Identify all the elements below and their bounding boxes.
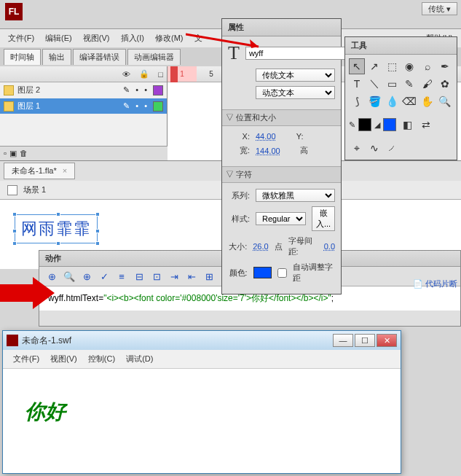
code-hint-icon[interactable]: ⊟ — [133, 270, 146, 283]
close-icon[interactable]: × — [63, 166, 67, 175]
pen-tool[interactable]: ✒ — [437, 58, 453, 74]
deco-tool[interactable]: ✿ — [437, 76, 453, 92]
bone-tool[interactable]: ⟆ — [349, 93, 365, 109]
code-snippets-link[interactable]: 📄 代码片断 — [413, 278, 457, 289]
hand-tool[interactable]: ✋ — [419, 93, 436, 109]
menu-insert[interactable]: 插入(I) — [117, 31, 149, 45]
check-syntax-icon[interactable]: ✓ — [98, 270, 111, 283]
menu-modify[interactable]: 修改(M) — [151, 31, 188, 45]
line-tool[interactable]: ＼ — [366, 76, 382, 92]
width-value[interactable]: 144.00 — [256, 147, 280, 155]
layer-icon — [4, 85, 14, 95]
height-label: 高 — [286, 145, 308, 156]
pencil-icon: ✎ — [123, 101, 130, 112]
size-value[interactable]: 26.0 — [253, 242, 268, 251]
size-label: 大小: — [228, 241, 247, 252]
layer-row-1[interactable]: 图层 1 ✎ •• — [0, 98, 167, 114]
free-transform-tool[interactable]: ⬚ — [384, 58, 400, 74]
menu-text[interactable]: 文 — [190, 31, 207, 45]
smooth-icon[interactable]: ∿ — [366, 140, 382, 156]
eraser-tool[interactable]: ⌫ — [401, 93, 417, 109]
comment-icon[interactable]: ⊞ — [202, 270, 216, 283]
tab-animation-editor[interactable]: 动画编辑器 — [127, 49, 181, 65]
menu-file[interactable]: 文件(F) — [4, 31, 39, 45]
layout-mode-dropdown[interactable]: 传统 ▾ — [422, 2, 457, 15]
swf-titlebar[interactable]: 未命名-1.swf — ☐ ✕ — [3, 331, 401, 350]
new-layer-icon[interactable]: ▫ — [4, 149, 7, 158]
close-button[interactable]: ✕ — [377, 334, 397, 347]
text-subtype-select[interactable]: 动态文本 — [256, 86, 335, 99]
target-icon[interactable]: ⊕ — [80, 270, 93, 283]
size-unit: 点 — [275, 241, 283, 252]
swf-menu-view[interactable]: 视图(V) — [46, 352, 82, 366]
collapse-icon[interactable]: ⇥ — [168, 270, 181, 283]
auto-format-icon[interactable]: ≡ — [115, 270, 128, 283]
lasso-tool[interactable]: ⌕ — [419, 58, 436, 74]
delete-layer-icon[interactable]: 🗑 — [20, 149, 28, 158]
new-folder-icon[interactable]: ▣ — [9, 149, 17, 158]
swap-colors-icon[interactable]: ⇄ — [418, 117, 434, 133]
zoom-tool[interactable]: 🔍 — [437, 93, 453, 109]
section-character[interactable]: 字符 — [222, 166, 341, 183]
paint-bucket-tool[interactable]: 🪣 — [366, 93, 382, 109]
layer-icon — [4, 101, 14, 112]
properties-panel-header[interactable]: 属性 — [222, 19, 341, 36]
debug-icon[interactable]: ⊡ — [150, 270, 163, 283]
pencil-tool[interactable]: ✎ — [401, 76, 417, 92]
x-value[interactable]: 44.00 — [256, 132, 276, 141]
instance-name-input[interactable] — [245, 47, 353, 60]
tools-panel-header[interactable]: 工具 — [345, 37, 457, 55]
layer-name: 图层 1 — [17, 101, 119, 112]
snap-icon[interactable]: ⌖ — [349, 140, 365, 156]
document-tab[interactable]: 未命名-1.fla* × — [4, 163, 75, 179]
swf-player-window: 未命名-1.swf — ☐ ✕ 文件(F) 视图(V) 控制(C) 调试(D) … — [2, 330, 401, 474]
menu-edit[interactable]: 编辑(E) — [41, 31, 76, 45]
tab-timeline[interactable]: 时间轴 — [4, 49, 41, 65]
font-family-select[interactable]: 微软雅黑 — [256, 189, 335, 202]
spacing-value[interactable]: 0.0 — [324, 242, 335, 251]
scene-name[interactable]: 场景 1 — [23, 185, 46, 194]
eyedropper-tool[interactable]: 💧 — [384, 93, 400, 109]
layer-row-2[interactable]: 图层 2 ✎ •• — [0, 82, 167, 98]
section-position-size[interactable]: 位置和大小 — [222, 109, 341, 126]
layer-color-swatch[interactable] — [153, 85, 163, 95]
tab-compiler-errors[interactable]: 编译器错误 — [73, 49, 126, 65]
swf-menu-file[interactable]: 文件(F) — [9, 352, 44, 366]
text-type-select[interactable]: 传统文本 — [256, 69, 335, 82]
selection-tool[interactable]: ↖ — [349, 58, 365, 74]
embed-button[interactable]: 嵌入... — [312, 206, 335, 231]
swf-menu-control[interactable]: 控制(C) — [84, 352, 119, 366]
swf-menu: 文件(F) 视图(V) 控制(C) 调试(D) — [3, 350, 401, 369]
straighten-icon[interactable]: ⟋ — [384, 140, 400, 156]
color-controls: ✎ ◢ ◧ ⇄ — [345, 113, 457, 136]
playhead[interactable] — [170, 66, 178, 82]
rectangle-tool[interactable]: ▭ — [384, 76, 400, 92]
layer-color-swatch[interactable] — [153, 101, 163, 112]
black-white-icon[interactable]: ◧ — [399, 117, 415, 133]
3d-rotation-tool[interactable]: ◉ — [401, 58, 417, 74]
pencil-icon: ✎ — [123, 85, 130, 95]
swf-menu-debug[interactable]: 调试(D) — [122, 352, 157, 366]
fill-color-swatch[interactable] — [383, 118, 396, 131]
text-tool[interactable]: T — [349, 76, 365, 92]
subselection-tool[interactable]: ↗ — [366, 58, 382, 74]
text-color-swatch[interactable] — [253, 267, 272, 278]
text-object-selection[interactable]: 网雨霏霏 — [15, 214, 98, 243]
expand-icon[interactable]: ⇤ — [185, 270, 198, 283]
auto-kern-checkbox[interactable] — [277, 268, 287, 278]
menu-view[interactable]: 视图(V) — [79, 31, 114, 45]
eye-icon[interactable]: 👁 — [122, 70, 130, 79]
layer-toolbar: ▫ ▣ 🗑 — [0, 146, 168, 160]
family-label: 系列: — [228, 190, 250, 201]
y-label: Y: — [282, 132, 304, 141]
brush-tool[interactable]: 🖌 — [419, 76, 436, 92]
stroke-color-swatch[interactable] — [358, 118, 371, 131]
lock-icon[interactable]: 🔒 — [139, 69, 149, 79]
spacing-label: 字母间距: — [288, 235, 318, 257]
tab-output[interactable]: 输出 — [42, 49, 71, 65]
minimize-button[interactable]: — — [333, 334, 353, 347]
find-icon[interactable]: 🔍 — [63, 270, 76, 283]
maximize-button[interactable]: ☐ — [355, 334, 375, 347]
outline-icon[interactable]: □ — [158, 70, 163, 79]
font-style-select[interactable]: Regular — [256, 212, 306, 225]
